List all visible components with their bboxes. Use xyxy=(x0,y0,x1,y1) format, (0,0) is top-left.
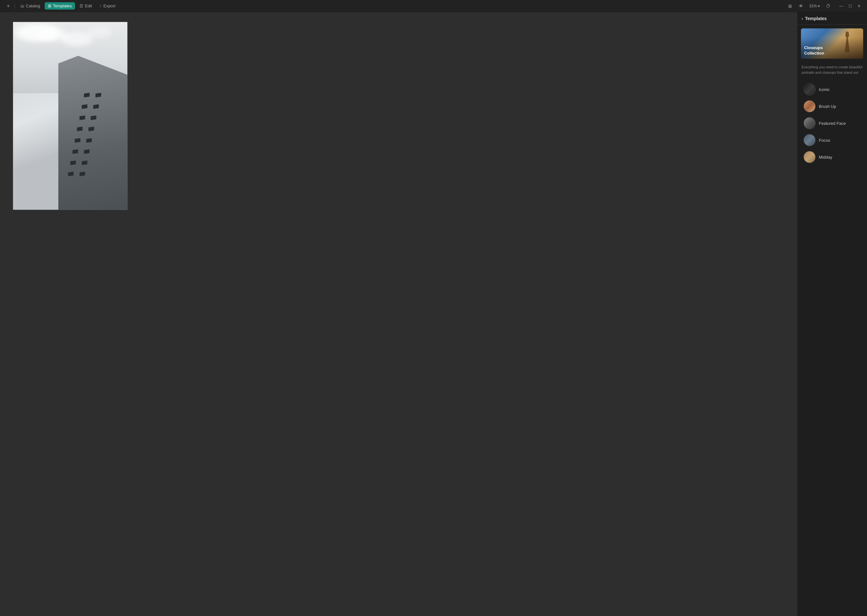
minimize-button[interactable]: — xyxy=(837,2,845,10)
template-thumb-brushup xyxy=(804,100,816,112)
template-thumb-midday xyxy=(804,151,816,163)
thumb-focus-bg xyxy=(804,134,815,146)
template-name-midday: Midday xyxy=(819,155,832,160)
right-panel: ‹ Templates Closeups Collection Everythi… xyxy=(797,12,867,616)
add-button[interactable]: + xyxy=(4,2,13,11)
window-12 xyxy=(84,149,90,154)
zoom-control[interactable]: 31% ▾ xyxy=(807,3,822,9)
window-10 xyxy=(86,138,92,143)
nav-edit[interactable]: ☰ Edit xyxy=(76,2,95,9)
collection-label: Closeups Collection xyxy=(804,45,824,56)
nav-divider xyxy=(15,3,15,9)
thumb-featured-bg xyxy=(804,118,815,129)
template-thumb-iconic xyxy=(804,83,816,96)
edit-icon: ☰ xyxy=(80,3,83,8)
collection-description: Everything you need to create beautiful … xyxy=(797,63,867,80)
nav-export[interactable]: ↑ Export xyxy=(96,2,118,9)
window-4 xyxy=(93,104,99,109)
template-item-focus[interactable]: Focus xyxy=(799,132,865,148)
templates-label: Templates xyxy=(53,3,72,8)
window-controls: — ☐ ✕ xyxy=(837,2,863,10)
zoom-value: 31% xyxy=(809,4,817,8)
panel-header: ‹ Templates xyxy=(797,12,867,25)
person-silhouette xyxy=(841,31,854,52)
catalog-icon: 🗂 xyxy=(20,3,24,8)
window-11 xyxy=(72,149,78,154)
chevron-down-icon: ▾ xyxy=(818,4,820,8)
thumb-iconic-bg xyxy=(804,83,815,95)
template-name-featured: Featured Face xyxy=(819,121,846,126)
template-list: Iconic Brush Up Featured Face Focus xyxy=(797,80,867,167)
panel-title: Templates xyxy=(805,16,827,21)
template-item-iconic[interactable]: Iconic xyxy=(799,81,865,97)
back-button[interactable]: ‹ xyxy=(802,16,803,21)
view-toggle-button[interactable]: ⊞ xyxy=(785,2,795,11)
template-thumb-featured xyxy=(804,117,816,129)
export-label: Export xyxy=(104,3,116,8)
thumb-brushup-bg xyxy=(804,101,815,112)
template-name-iconic: Iconic xyxy=(819,87,830,92)
template-item-featured[interactable]: Featured Face xyxy=(799,115,865,132)
window-9 xyxy=(75,138,80,143)
main-content: ‹ Templates Closeups Collection Everythi… xyxy=(0,12,867,616)
close-button[interactable]: ✕ xyxy=(855,2,863,10)
collection-title-line2: Collection xyxy=(804,51,824,56)
template-name-focus: Focus xyxy=(819,138,830,143)
nav-catalog[interactable]: 🗂 Catalog xyxy=(17,2,43,9)
titlebar: + 🗂 Catalog ⊞ Templates ☰ Edit ↑ Export … xyxy=(0,0,867,12)
maximize-button[interactable]: ☐ xyxy=(846,2,854,10)
canvas-area xyxy=(0,12,797,616)
collection-title-line1: Closeups xyxy=(804,45,824,51)
edit-label: Edit xyxy=(85,3,92,8)
template-item-brushup[interactable]: Brush Up xyxy=(799,98,865,115)
template-item-midday[interactable]: Midday xyxy=(799,149,865,165)
catalog-label: Catalog xyxy=(26,3,40,8)
window-3 xyxy=(82,104,88,109)
photo-container xyxy=(13,22,128,210)
export-icon: ↑ xyxy=(100,3,102,8)
thumb-midday-bg xyxy=(804,151,815,163)
eye-button[interactable]: 👁 xyxy=(796,2,806,11)
window-5 xyxy=(80,116,85,120)
templates-icon: ⊞ xyxy=(48,3,51,8)
building-layer xyxy=(58,56,127,210)
titlebar-right: ⊞ 👁 31% ▾ ⏱ — ☐ ✕ xyxy=(785,2,863,11)
nav-templates[interactable]: ⊞ Templates xyxy=(45,2,75,9)
building-photo xyxy=(13,22,127,210)
collection-banner[interactable]: Closeups Collection xyxy=(801,28,863,59)
history-button[interactable]: ⏱ xyxy=(824,2,832,11)
cloud-3 xyxy=(13,24,61,41)
template-name-brushup: Brush Up xyxy=(819,104,836,109)
cloud-5 xyxy=(86,27,112,38)
template-thumb-focus xyxy=(804,134,816,146)
